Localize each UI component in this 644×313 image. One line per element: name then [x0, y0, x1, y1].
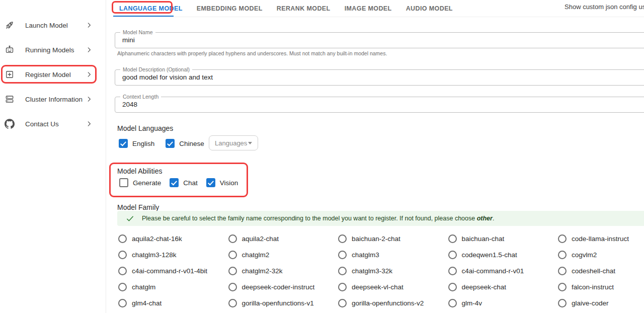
- radio-icon[interactable]: [338, 251, 347, 259]
- radio-icon[interactable]: [558, 234, 567, 243]
- sidebar-item-running-models[interactable]: Running Models: [0, 38, 106, 62]
- radio-icon[interactable]: [448, 234, 457, 243]
- radio-icon[interactable]: [448, 267, 457, 275]
- family-option[interactable]: deepseek-vl-chat: [334, 283, 444, 291]
- radio-icon[interactable]: [338, 267, 347, 275]
- family-option[interactable]: baichuan-2-chat: [334, 234, 444, 243]
- radio-icon[interactable]: [228, 234, 237, 243]
- vision-checkbox[interactable]: Vision: [206, 178, 238, 187]
- show-custom-json-config-link[interactable]: Show custom json config used b: [565, 3, 644, 11]
- family-option[interactable]: chatglm3-128k: [114, 251, 224, 259]
- family-option[interactable]: c4ai-command-r-v01: [444, 267, 554, 275]
- family-option[interactable]: gorilla-openfunctions-v2: [334, 299, 444, 307]
- model-name-helper-text: Alphanumeric characters with properly pl…: [117, 50, 387, 56]
- family-option[interactable]: chatglm: [114, 283, 224, 291]
- family-option[interactable]: codeqwen1.5-chat: [444, 251, 554, 259]
- register-model-page: Launch Model Running Models: [0, 0, 644, 313]
- tab-image-model[interactable]: IMAGE MODEL: [339, 0, 398, 17]
- family-option[interactable]: deepseek-chat: [444, 283, 554, 291]
- sidebar-item-cluster-information[interactable]: Cluster Information: [0, 87, 106, 112]
- sidebar: Launch Model Running Models: [0, 0, 106, 313]
- english-checkbox[interactable]: English: [119, 139, 154, 148]
- generate-checkbox[interactable]: Generate: [119, 178, 161, 187]
- sidebar-item-label: Launch Model: [25, 13, 68, 38]
- chevron-right-icon: [86, 22, 93, 29]
- model-family-notice-banner: Please be careful to select the family n…: [117, 211, 644, 226]
- family-option[interactable]: falcon-instruct: [554, 283, 644, 291]
- family-option[interactable]: c4ai-command-r-v01-4bit: [114, 267, 224, 275]
- radio-icon[interactable]: [118, 299, 127, 307]
- checkbox-icon[interactable]: [170, 178, 179, 187]
- model-name-field[interactable]: Model Name mini: [115, 32, 644, 48]
- family-option[interactable]: chatglm2-32k: [224, 267, 335, 275]
- family-option[interactable]: code-llama-instruct: [554, 234, 644, 243]
- radio-icon[interactable]: [228, 283, 237, 291]
- checkbox-icon[interactable]: [119, 178, 128, 187]
- sidebar-item-label: Contact Us: [25, 112, 59, 136]
- radio-icon[interactable]: [558, 299, 567, 307]
- active-tab-indicator: [113, 16, 174, 17]
- radio-icon[interactable]: [118, 283, 127, 291]
- chevron-right-icon: [86, 120, 93, 127]
- model-description-input[interactable]: good model for vision and text: [122, 70, 213, 85]
- context-length-input[interactable]: 2048: [122, 97, 137, 112]
- chinese-checkbox[interactable]: Chinese: [166, 139, 204, 148]
- tab-embedding-model[interactable]: EMBEDDING MODEL: [191, 0, 269, 17]
- tab-audio-model[interactable]: AUDIO MODEL: [400, 0, 459, 17]
- model-languages-heading: Model Languages: [117, 124, 173, 132]
- family-option[interactable]: chatglm2: [224, 251, 335, 259]
- radio-icon[interactable]: [228, 299, 237, 307]
- model-abilities-heading: Model Abilities: [117, 167, 163, 175]
- checkbox-icon[interactable]: [166, 139, 175, 148]
- model-abilities-options: Generate Chat Vision: [119, 178, 249, 187]
- radio-icon[interactable]: [448, 283, 457, 291]
- family-option[interactable]: chatglm3: [334, 251, 444, 259]
- check-icon: [126, 214, 134, 223]
- radio-icon[interactable]: [558, 283, 567, 291]
- tab-rerank-model[interactable]: RERANK MODEL: [271, 0, 337, 17]
- languages-select[interactable]: Languages: [209, 135, 258, 150]
- robot-icon: [5, 45, 15, 55]
- model-name-input[interactable]: mini: [122, 33, 135, 48]
- context-length-field[interactable]: Context Length 2048: [115, 97, 644, 113]
- family-option[interactable]: gorilla-openfunctions-v1: [224, 299, 335, 307]
- model-type-tabs: LANGUAGE MODEL EMBEDDING MODEL RERANK MO…: [113, 0, 459, 17]
- radio-icon[interactable]: [118, 234, 127, 243]
- tabs-divider: [113, 17, 644, 17]
- radio-icon[interactable]: [558, 267, 567, 275]
- radio-icon[interactable]: [558, 251, 567, 259]
- radio-icon[interactable]: [448, 251, 457, 259]
- family-option[interactable]: glm-4v: [444, 299, 554, 307]
- model-languages-options: English Chinese: [119, 139, 215, 148]
- tab-language-model[interactable]: LANGUAGE MODEL: [113, 0, 189, 17]
- sidebar-item-register-model[interactable]: Register Model: [0, 62, 106, 87]
- family-option[interactable]: deepseek-coder-instruct: [224, 283, 335, 291]
- sidebar-item-contact-us[interactable]: Contact Us: [0, 112, 106, 136]
- checkbox-icon[interactable]: [206, 178, 215, 187]
- model-family-heading: Model Family: [117, 203, 159, 211]
- radio-icon[interactable]: [118, 251, 127, 259]
- family-option[interactable]: baichuan-chat: [444, 234, 554, 243]
- model-description-field[interactable]: Model Description (Optional) good model …: [115, 69, 644, 86]
- radio-icon[interactable]: [228, 267, 237, 275]
- family-option[interactable]: glm4-chat: [114, 299, 224, 307]
- family-option[interactable]: cogvlm2: [554, 251, 644, 259]
- radio-icon[interactable]: [448, 299, 457, 307]
- family-option[interactable]: glaive-coder: [554, 299, 644, 307]
- family-option[interactable]: codeshell-chat: [554, 267, 644, 275]
- family-option[interactable]: aquila2-chat-16k: [114, 234, 224, 243]
- family-option[interactable]: aquila2-chat: [224, 234, 335, 243]
- radio-icon[interactable]: [118, 267, 127, 275]
- sidebar-item-launch-model[interactable]: Launch Model: [0, 13, 106, 38]
- sidebar-item-label: Cluster Information: [25, 87, 83, 112]
- radio-icon[interactable]: [228, 251, 237, 259]
- dropdown-arrow-icon: [248, 142, 252, 144]
- family-option[interactable]: chatglm3-32k: [334, 267, 444, 275]
- radio-icon[interactable]: [338, 234, 347, 243]
- checkbox-icon[interactable]: [119, 139, 128, 148]
- radio-icon[interactable]: [338, 283, 347, 291]
- github-icon: [5, 119, 15, 129]
- chat-checkbox[interactable]: Chat: [170, 178, 198, 187]
- radio-icon[interactable]: [338, 299, 347, 307]
- model-family-options: aquila2-chat-16k aquila2-chat baichuan-2…: [114, 230, 644, 311]
